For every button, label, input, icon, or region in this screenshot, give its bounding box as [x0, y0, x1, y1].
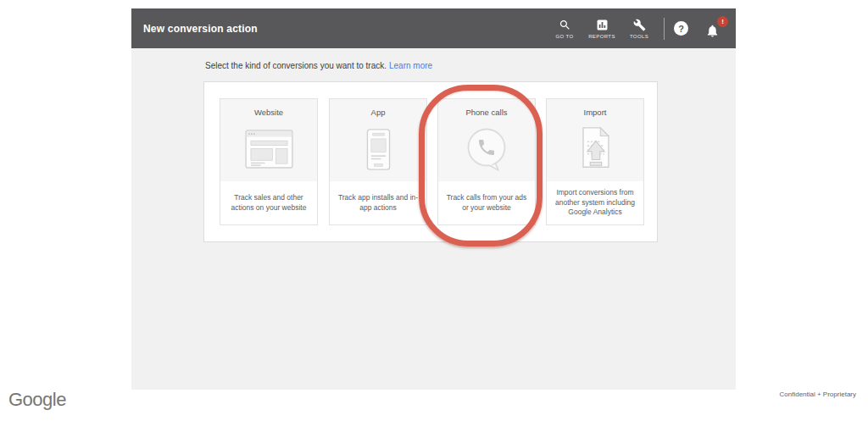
mobile-device-icon [366, 117, 391, 181]
learn-more-link[interactable]: Learn more [389, 61, 432, 70]
wrench-icon [633, 19, 646, 31]
confidential-note: Confidential + Proprietary [780, 391, 857, 398]
header-actions: GO TO REPORTS TOOLS [544, 18, 724, 40]
help-button[interactable]: ? [674, 21, 688, 36]
card-import[interactable]: Import [546, 98, 644, 225]
tools-button[interactable]: TOOLS [622, 19, 656, 39]
content-area: Select the kind of conversions you want … [131, 48, 736, 390]
card-app[interactable]: App Track app install [329, 98, 427, 225]
header-divider [664, 18, 665, 40]
card-import-title: Import [584, 108, 607, 117]
reports-button[interactable]: REPORTS [585, 19, 619, 39]
notifications-button[interactable]: ! [705, 19, 724, 38]
card-app-description: Track app installs and in-app actions [330, 181, 426, 224]
tools-label: TOOLS [630, 34, 648, 39]
card-app-top: App [330, 99, 426, 181]
app-window: New conversion action GO TO REPORT [131, 8, 736, 390]
card-phone-calls[interactable]: Phone calls Track c [437, 98, 536, 225]
card-website-description: Track sales and other actions on your we… [220, 181, 317, 224]
go-to-label: GO TO [555, 34, 573, 39]
page: New conversion action GO TO REPORT [0, 0, 868, 421]
intro-text: Select the kind of conversions you want … [205, 61, 432, 70]
card-phone-calls-title: Phone calls [465, 108, 507, 117]
bell-icon [705, 24, 720, 38]
reports-label: REPORTS [588, 34, 615, 39]
card-import-top: Import [547, 99, 643, 181]
phone-call-bubble-icon [464, 117, 509, 181]
card-app-title: App [371, 108, 386, 117]
card-website-title: Website [254, 108, 283, 117]
page-title: New conversion action [143, 23, 258, 35]
card-website-top: Website [220, 99, 317, 181]
question-mark-icon: ? [678, 24, 684, 34]
search-icon [559, 19, 571, 31]
app-header: New conversion action GO TO REPORT [131, 8, 736, 48]
card-phone-calls-description: Track calls from your ads or your websit… [438, 181, 535, 224]
go-to-button[interactable]: GO TO [548, 19, 581, 39]
browser-icon [245, 117, 293, 181]
import-document-icon [577, 117, 614, 181]
google-logo: Google [8, 389, 66, 411]
card-phone-calls-top: Phone calls [438, 99, 535, 181]
intro-sentence: Select the kind of conversions you want … [205, 61, 387, 70]
conversion-type-panel: Website [203, 81, 658, 242]
notification-badge: ! [717, 16, 728, 27]
card-website[interactable]: Website [220, 98, 318, 225]
bar-chart-icon [596, 19, 609, 31]
card-import-description: Import conversions from another system i… [547, 181, 643, 224]
